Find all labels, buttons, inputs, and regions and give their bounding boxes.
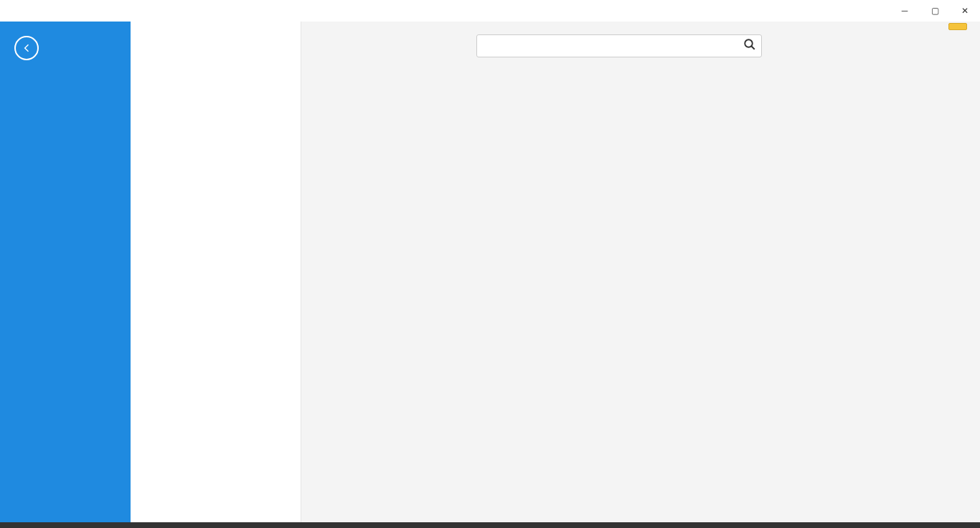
- search-input[interactable]: [476, 34, 762, 57]
- task-bar: [0, 522, 980, 528]
- file-sidebar: [0, 22, 131, 522]
- svg-line-1: [751, 46, 755, 50]
- back-button[interactable]: [14, 36, 39, 60]
- top-actions: [948, 23, 974, 30]
- title-bar: ─ ▢ ✕: [0, 0, 980, 22]
- maximize-button[interactable]: ▢: [920, 0, 950, 22]
- svg-point-0: [745, 39, 753, 47]
- main-panel: [301, 22, 980, 522]
- search-icon[interactable]: [743, 38, 756, 54]
- window-controls: ─ ▢ ✕: [890, 0, 980, 22]
- close-button[interactable]: ✕: [950, 0, 980, 22]
- category-title: [131, 22, 301, 53]
- category-panel: [131, 22, 301, 522]
- arrow-left-icon: [21, 42, 32, 54]
- search-bar: [476, 34, 762, 57]
- minimize-button[interactable]: ─: [890, 0, 920, 22]
- buy-now-button[interactable]: [948, 23, 967, 30]
